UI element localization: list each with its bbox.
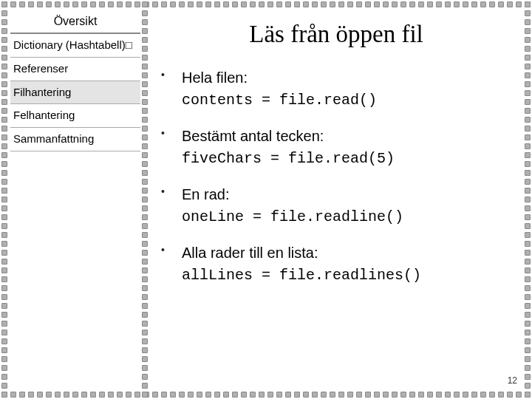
border-dots-bottom xyxy=(0,392,532,399)
bullet-item: Bestämt antal tecken: fiveChars = file.r… xyxy=(155,126,517,169)
bullet-text: Alla rader till en lista: xyxy=(182,245,318,261)
main-content: Läs från öppen fil Hela filen: contents … xyxy=(155,21,517,301)
sidebar-item-dictionary[interactable]: Dictionary (Hashtabell)□ xyxy=(10,34,140,58)
sidebar: Översikt Dictionary (Hashtabell)□ Refere… xyxy=(10,12,140,151)
sidebar-title: Översikt xyxy=(10,12,140,34)
sidebar-item-referenser[interactable]: Referenser xyxy=(10,58,140,81)
border-dots-left xyxy=(1,0,9,399)
bullet-code: fiveChars = file.read(5) xyxy=(182,150,395,167)
border-dots-divider xyxy=(142,0,149,399)
border-dots-right xyxy=(525,0,532,399)
sidebar-item-filhantering[interactable]: Filhantering xyxy=(10,81,140,105)
bullet-code: allLines = file.readlines() xyxy=(182,267,421,284)
bullet-text: Bestämt antal tecken: xyxy=(182,128,324,144)
bullet-text: En rad: xyxy=(182,186,229,202)
sidebar-item-sammanfattning[interactable]: Sammanfattning xyxy=(10,128,140,151)
bullet-item: Hela filen: contents = file.read() xyxy=(155,67,517,111)
page-number: 12 xyxy=(508,375,517,386)
bullet-text: Hela filen: xyxy=(182,69,248,86)
bullet-code: oneLine = file.readline() xyxy=(182,208,403,225)
sidebar-item-felhantering[interactable]: Felhantering xyxy=(10,104,140,128)
bullet-item: En rad: oneLine = file.readline() xyxy=(155,184,517,228)
bullet-item: Alla rader till en lista: allLines = fil… xyxy=(155,242,517,286)
bullet-code: contents = file.read() xyxy=(182,92,377,109)
bullet-list: Hela filen: contents = file.read() Bestä… xyxy=(155,67,517,286)
page-title: Läs från öppen fil xyxy=(155,21,517,48)
border-dots-top xyxy=(0,1,532,9)
